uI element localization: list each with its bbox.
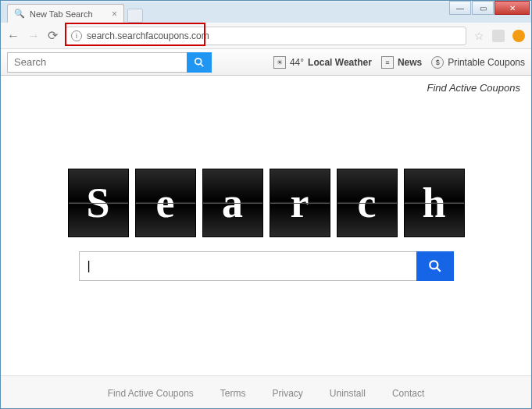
logo-tile: S (68, 169, 129, 237)
search-icon: 🔍 (14, 9, 25, 19)
weather-link[interactable]: ☀ 44° Local Weather (273, 56, 372, 69)
coupons-label: Printable Coupons (448, 57, 525, 68)
footer-link-terms[interactable]: Terms (220, 388, 246, 399)
main-search (1, 251, 531, 281)
url-text: search.searchfacoupons.com (87, 30, 209, 41)
url-input[interactable]: i search.searchfacoupons.com (66, 27, 466, 45)
news-icon: ≡ (381, 56, 394, 69)
site-info-icon[interactable]: i (71, 30, 82, 41)
forward-button[interactable]: → (27, 29, 40, 43)
logo-tile: e (135, 169, 196, 237)
close-tab-icon[interactable]: × (112, 9, 117, 20)
weather-icon: ☀ (273, 56, 286, 69)
profile-icon[interactable] (512, 30, 525, 42)
page-toolbar: ☀ 44° Local Weather ≡ News $ Printable C… (1, 49, 531, 76)
browser-tab[interactable]: 🔍 New Tab Search × (7, 4, 124, 23)
search-logo: S e a r c h (1, 169, 531, 237)
tab-title: New Tab Search (30, 9, 93, 19)
footer-link-privacy[interactable]: Privacy (273, 388, 303, 399)
footer: Find Active Coupons Terms Privacy Uninst… (1, 375, 531, 409)
address-bar-row: ← → ⟳ i search.searchfacoupons.com ☆ (1, 23, 531, 49)
logo-tile: c (337, 169, 398, 237)
svg-line-1 (201, 63, 204, 66)
weather-temp: 44° (290, 57, 304, 68)
bookmark-star-icon[interactable]: ☆ (474, 30, 484, 42)
minimize-button[interactable]: — (449, 1, 471, 15)
dollar-icon: $ (431, 56, 444, 69)
footer-link-coupons[interactable]: Find Active Coupons (108, 388, 194, 399)
back-button[interactable]: ← (7, 29, 20, 43)
svg-point-2 (430, 261, 437, 269)
tagline: Find Active Coupons (1, 82, 531, 94)
news-label: News (398, 57, 422, 68)
reload-button[interactable]: ⟳ (48, 28, 58, 43)
search-icon (428, 259, 442, 273)
logo-tile: h (404, 169, 465, 237)
toolbar-search-button[interactable] (187, 52, 212, 73)
extension-icon[interactable] (492, 30, 505, 42)
new-tab-button[interactable] (127, 9, 143, 23)
logo-tile: a (202, 169, 263, 237)
footer-link-uninstall[interactable]: Uninstall (330, 388, 366, 399)
maximize-button[interactable]: ▭ (472, 1, 494, 15)
weather-label: Local Weather (308, 57, 372, 68)
toolbar-search (7, 52, 212, 73)
coupons-link[interactable]: $ Printable Coupons (431, 56, 525, 69)
main-search-input[interactable] (79, 251, 416, 281)
close-button[interactable]: ✕ (495, 1, 530, 15)
footer-link-contact[interactable]: Contact (392, 388, 424, 399)
svg-line-3 (437, 268, 441, 272)
news-link[interactable]: ≡ News (381, 56, 422, 69)
search-icon (194, 57, 205, 68)
svg-point-0 (195, 58, 202, 64)
page-content: Find Active Coupons S e a r c h (1, 76, 531, 375)
main-search-button[interactable] (416, 251, 454, 281)
toolbar-search-input[interactable] (7, 52, 187, 73)
logo-tile: r (270, 169, 330, 237)
